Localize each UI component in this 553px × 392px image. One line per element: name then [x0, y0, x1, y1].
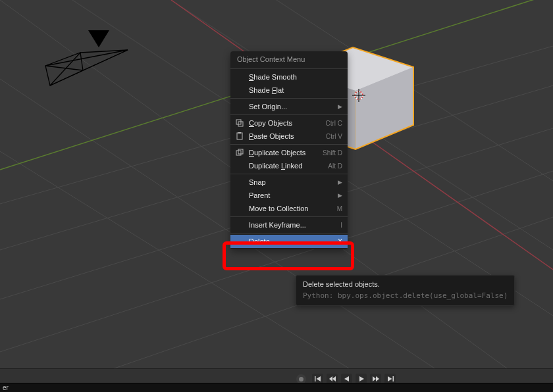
menu-item-insert-keyframe[interactable]: Insert Keyframe... I — [230, 218, 348, 232]
menu-separator — [230, 174, 348, 174]
copy-icon — [234, 118, 245, 128]
duplicate-icon — [234, 147, 245, 158]
svg-marker-38 — [316, 376, 321, 381]
menu-separator — [230, 216, 348, 217]
shortcut: I — [340, 222, 342, 229]
menu-item-delete[interactable]: Delete X — [230, 235, 348, 248]
blank-icon — [234, 203, 245, 214]
menu-item-duplicate-linked[interactable]: Duplicate Linked Alt D — [230, 159, 348, 172]
menu-item-parent[interactable]: Parent ▶ — [230, 189, 348, 202]
tooltip: Delete selected objects. Python: bpy.ops… — [296, 275, 515, 306]
svg-line-7 — [0, 79, 434, 368]
context-menu-title: Object Context Menu — [230, 51, 348, 67]
object-context-menu: Object Context Menu Shade Smooth Shade F… — [230, 51, 348, 249]
paste-icon — [234, 131, 245, 141]
menu-label: Duplicate Linked — [249, 162, 328, 170]
shortcut: M — [337, 205, 342, 212]
blank-icon — [234, 85, 245, 95]
menu-label: Paste Objects — [249, 132, 326, 140]
blank-icon — [234, 72, 245, 82]
status-bar: er — [0, 383, 553, 392]
menu-label: Copy Objects — [249, 119, 325, 127]
menu-label: Parent — [249, 191, 335, 199]
menu-item-set-origin[interactable]: Set Origin... ▶ — [230, 100, 348, 113]
svg-rect-34 — [238, 132, 241, 134]
submenu-arrow-icon: ▶ — [338, 192, 342, 199]
menu-label: Move to Collection — [249, 205, 337, 212]
blank-icon — [234, 220, 245, 230]
menu-separator — [230, 68, 348, 69]
tooltip-python: Python: bpy.ops.object.delete(use_global… — [303, 291, 508, 300]
menu-label: Duplicate Objects — [249, 149, 323, 157]
svg-marker-40 — [332, 376, 336, 381]
shortcut: Ctrl V — [326, 133, 342, 140]
shortcut: Alt D — [328, 162, 342, 170]
blank-icon — [234, 190, 245, 201]
menu-separator — [230, 114, 348, 115]
submenu-arrow-icon: ▶ — [338, 179, 342, 185]
svg-marker-39 — [329, 376, 332, 381]
shortcut: X — [338, 238, 342, 245]
svg-marker-42 — [359, 376, 364, 381]
menu-separator — [230, 144, 348, 145]
menu-separator — [230, 98, 348, 99]
menu-label: Insert Keyframe... — [249, 221, 340, 229]
svg-marker-44 — [376, 376, 379, 381]
svg-marker-41 — [344, 376, 349, 381]
svg-line-12 — [171, 0, 553, 270]
svg-marker-43 — [373, 376, 376, 381]
submenu-arrow-icon: ▶ — [338, 103, 342, 110]
menu-label: Delete — [249, 237, 338, 245]
menu-item-snap[interactable]: Snap ▶ — [230, 176, 348, 189]
timeline-bar — [0, 368, 553, 383]
menu-label: Snap — [249, 178, 335, 186]
menu-item-shade-flat[interactable]: Shade Flat — [230, 84, 348, 97]
svg-rect-46 — [392, 376, 394, 381]
menu-item-shade-smooth[interactable]: Shade Smooth — [230, 70, 348, 84]
blank-icon — [234, 160, 245, 171]
menu-item-paste-objects[interactable]: Paste Objects Ctrl V — [230, 130, 348, 143]
shortcut: Shift D — [323, 149, 342, 157]
blank-icon — [234, 177, 245, 187]
svg-line-9 — [171, 0, 553, 250]
svg-marker-45 — [388, 376, 392, 381]
menu-label: Set Origin... — [249, 103, 335, 110]
menu-separator — [230, 233, 348, 233]
shortcut: Ctrl C — [325, 120, 342, 127]
blank-icon — [234, 236, 245, 247]
menu-label: Shade Smooth — [249, 73, 342, 81]
status-text: er — [0, 384, 9, 391]
menu-item-duplicate-objects[interactable]: Duplicate Objects Shift D — [230, 146, 348, 159]
menu-item-move-to-collection[interactable]: Move to Collection M — [230, 202, 348, 215]
svg-rect-37 — [315, 376, 316, 381]
tooltip-description: Delete selected objects. — [303, 280, 508, 288]
blank-icon — [234, 101, 245, 112]
menu-item-copy-objects[interactable]: Copy Objects Ctrl C — [230, 116, 348, 130]
svg-rect-33 — [237, 133, 242, 139]
menu-label: Shade Flat — [249, 86, 342, 94]
